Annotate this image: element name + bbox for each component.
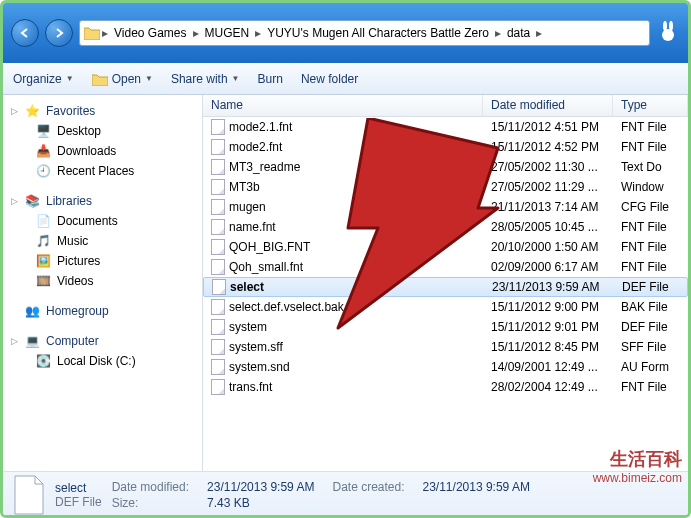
- file-row[interactable]: mode2.fnt15/11/2012 4:52 PMFNT File: [203, 137, 688, 157]
- file-list: Name Date modified Type mode2.1.fnt15/11…: [203, 95, 688, 471]
- file-icon: [211, 239, 225, 255]
- sidebar-item-desktop[interactable]: 🖥️Desktop: [3, 121, 202, 141]
- file-icon: [211, 219, 225, 235]
- breadcrumb[interactable]: YUYU's Mugen All Characters Battle Zero: [263, 26, 493, 40]
- file-row[interactable]: Qoh_small.fnt02/09/2000 6:17 AMFNT File: [203, 257, 688, 277]
- file-row[interactable]: system.sff15/11/2012 8:45 PMSFF File: [203, 337, 688, 357]
- file-type: FNT File: [613, 240, 688, 254]
- file-row[interactable]: mode2.1.fnt15/11/2012 4:51 PMFNT File: [203, 117, 688, 137]
- sidebar-group-homegroup[interactable]: ▷👥Homegroup: [3, 301, 202, 321]
- desktop-icon: 🖥️: [35, 123, 51, 139]
- file-row[interactable]: name.fnt28/05/2005 10:45 ...FNT File: [203, 217, 688, 237]
- column-header-type[interactable]: Type: [613, 95, 688, 116]
- sidebar-item-documents[interactable]: 📄Documents: [3, 211, 202, 231]
- chevron-right-icon: ▸: [255, 26, 261, 40]
- file-row[interactable]: select.def.vselect.bak15/11/2012 9:00 PM…: [203, 297, 688, 317]
- file-type: FNT File: [613, 220, 688, 234]
- file-type: AU Form: [613, 360, 688, 374]
- breadcrumb[interactable]: Video Games: [110, 26, 191, 40]
- organize-button[interactable]: Organize ▼: [13, 72, 74, 86]
- chevron-right-icon: ▸: [193, 26, 199, 40]
- file-row[interactable]: mugen21/11/2013 7:14 AMCFG File: [203, 197, 688, 217]
- file-icon: [211, 179, 225, 195]
- sidebar-item-videos[interactable]: 🎞️Videos: [3, 271, 202, 291]
- burn-button[interactable]: Burn: [258, 72, 283, 86]
- details-name: select: [55, 481, 102, 495]
- file-row[interactable]: MT3b27/05/2002 11:29 ...Window: [203, 177, 688, 197]
- file-date: 20/10/2000 1:50 AM: [483, 240, 613, 254]
- forward-button[interactable]: [45, 19, 73, 47]
- file-date: 23/11/2013 9:59 AM: [484, 280, 614, 294]
- sidebar-item-downloads[interactable]: 📥Downloads: [3, 141, 202, 161]
- file-name: Qoh_small.fnt: [229, 260, 303, 274]
- chevron-down-icon: ▼: [232, 74, 240, 83]
- file-type: CFG File: [613, 200, 688, 214]
- file-row[interactable]: system.snd14/09/2001 12:49 ...AU Form: [203, 357, 688, 377]
- file-type: SFF File: [613, 340, 688, 354]
- file-icon: [211, 159, 225, 175]
- sidebar-item-music[interactable]: 🎵Music: [3, 231, 202, 251]
- file-type: DEF File: [614, 280, 687, 294]
- file-date: 02/09/2000 6:17 AM: [483, 260, 613, 274]
- sidebar-group-favorites[interactable]: ▷⭐Favorites: [3, 101, 202, 121]
- pictures-icon: 🖼️: [35, 253, 51, 269]
- breadcrumb[interactable]: MUGEN: [201, 26, 254, 40]
- file-icon: [211, 339, 225, 355]
- breadcrumb[interactable]: data: [503, 26, 534, 40]
- recent-icon: 🕘: [35, 163, 51, 179]
- chevron-down-icon: ▼: [145, 74, 153, 83]
- file-date: 27/05/2002 11:30 ...: [483, 160, 613, 174]
- file-name: mode2.1.fnt: [229, 120, 292, 134]
- watermark: 生活百科 www.bimeiz.com: [593, 448, 682, 487]
- file-row[interactable]: MT3_readme27/05/2002 11:30 ...Text Do: [203, 157, 688, 177]
- file-row[interactable]: QOH_BIG.FNT20/10/2000 1:50 AMFNT File: [203, 237, 688, 257]
- libraries-icon: 📚: [24, 193, 40, 209]
- details-created-label: Date created:: [332, 480, 404, 494]
- file-large-icon: [13, 475, 45, 515]
- file-date: 28/02/2004 12:49 ...: [483, 380, 613, 394]
- share-button[interactable]: Share with ▼: [171, 72, 240, 86]
- computer-icon: 💻: [24, 333, 40, 349]
- homegroup-icon: 👥: [24, 303, 40, 319]
- svg-point-2: [669, 21, 673, 31]
- file-row[interactable]: trans.fnt28/02/2004 12:49 ...FNT File: [203, 377, 688, 397]
- file-icon: [211, 119, 225, 135]
- sidebar-item-recent[interactable]: 🕘Recent Places: [3, 161, 202, 181]
- details-created-value: 23/11/2013 9:59 AM: [423, 480, 530, 494]
- file-icon: [211, 199, 225, 215]
- star-icon: ⭐: [24, 103, 40, 119]
- file-type: DEF File: [613, 320, 688, 334]
- file-date: 15/11/2012 9:00 PM: [483, 300, 613, 314]
- chevron-down-icon: ▼: [66, 74, 74, 83]
- file-type: BAK File: [613, 300, 688, 314]
- main-area: ▷⭐Favorites 🖥️Desktop 📥Downloads 🕘Recent…: [3, 95, 688, 471]
- sidebar-item-localdisk[interactable]: 💽Local Disk (C:): [3, 351, 202, 371]
- file-date: 15/11/2012 9:01 PM: [483, 320, 613, 334]
- column-header-date[interactable]: Date modified: [483, 95, 613, 116]
- collapse-icon: ▷: [11, 336, 18, 346]
- back-button[interactable]: [11, 19, 39, 47]
- open-button[interactable]: Open ▼: [92, 71, 153, 87]
- svg-point-0: [662, 29, 674, 41]
- sidebar-group-libraries[interactable]: ▷📚Libraries: [3, 191, 202, 211]
- file-type: Text Do: [613, 160, 688, 174]
- file-name: QOH_BIG.FNT: [229, 240, 310, 254]
- file-name: mode2.fnt: [229, 140, 282, 154]
- file-row[interactable]: select23/11/2013 9:59 AMDEF File: [203, 277, 688, 297]
- file-row[interactable]: system15/11/2012 9:01 PMDEF File: [203, 317, 688, 337]
- disk-icon: 💽: [35, 353, 51, 369]
- sidebar-item-pictures[interactable]: 🖼️Pictures: [3, 251, 202, 271]
- file-name: MT3_readme: [229, 160, 300, 174]
- details-pane: select DEF File Date modified: 23/11/201…: [3, 471, 688, 517]
- column-header-name[interactable]: Name: [203, 95, 483, 116]
- details-type: DEF File: [55, 495, 102, 509]
- file-icon: [212, 279, 226, 295]
- file-name: trans.fnt: [229, 380, 272, 394]
- new-folder-button[interactable]: New folder: [301, 72, 358, 86]
- videos-icon: 🎞️: [35, 273, 51, 289]
- sidebar-group-computer[interactable]: ▷💻Computer: [3, 331, 202, 351]
- breadcrumb-bar[interactable]: ▸ Video Games ▸ MUGEN ▸ YUYU's Mugen All…: [79, 20, 650, 46]
- details-size-label: Size:: [112, 496, 189, 510]
- file-name: system.snd: [229, 360, 290, 374]
- file-icon: [211, 319, 225, 335]
